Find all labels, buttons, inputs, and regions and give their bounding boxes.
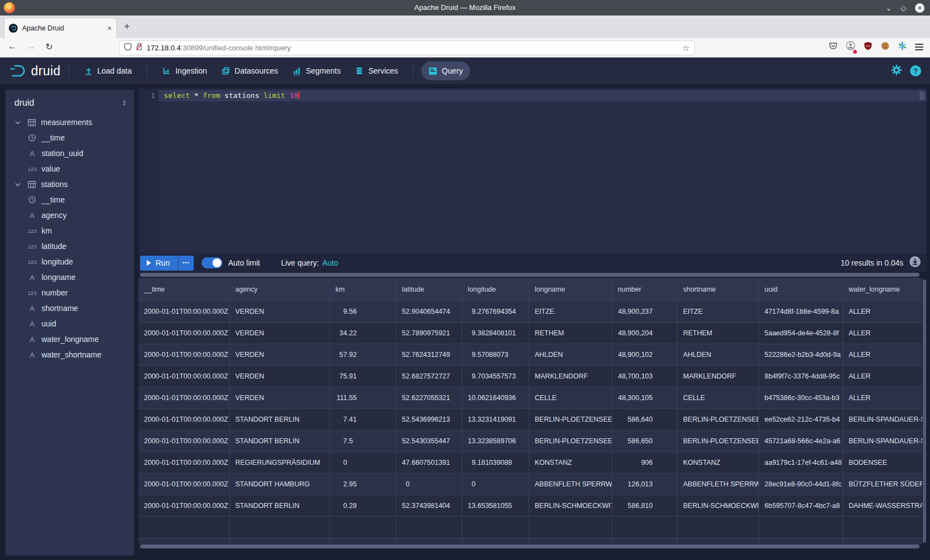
cell-water_longname[interactable]: BÜTZFLETHER SÜDERELBE bbox=[843, 474, 922, 495]
column-header-longitude[interactable]: longitude bbox=[462, 278, 529, 301]
cell-number[interactable]: 126,013 bbox=[612, 474, 678, 495]
cell-longname[interactable]: BERLIN-SCHMOECKWITZ bbox=[529, 495, 612, 517]
bookmark-star-icon[interactable]: ☆ bbox=[683, 43, 690, 53]
url-bar[interactable]: 172.18.0.4:30899/unified-console.html#qu… bbox=[119, 40, 695, 55]
cell-__time[interactable]: 2000-01-01T00:00:00.000Z bbox=[138, 366, 230, 387]
cell-longname[interactable]: CELLE bbox=[529, 387, 612, 409]
cell-water_longname[interactable]: ALLER bbox=[843, 323, 922, 344]
tree-column-km[interactable]: 123 km bbox=[6, 223, 134, 238]
cell-agency[interactable]: STANDORT BERLIN bbox=[230, 431, 330, 452]
window-minimize-button[interactable]: ⌄ bbox=[886, 4, 892, 12]
cell-km[interactable]: 0 bbox=[330, 452, 396, 474]
tree-column-water_longname[interactable]: A water_longname bbox=[6, 331, 134, 347]
cell-__time[interactable]: 2000-01-01T00:00:00.000Z bbox=[138, 409, 230, 431]
cell-longitude[interactable]: 9.3828408101 bbox=[462, 323, 529, 344]
cell-longitude[interactable]: 10.0621640936 bbox=[462, 387, 529, 409]
double-caret-icon[interactable]: ▲▼ bbox=[122, 100, 126, 106]
cell-longname[interactable]: BERLIN-PLOETZENSEE UW bbox=[529, 431, 612, 452]
cell-number[interactable]: 48,900,102 bbox=[612, 344, 678, 366]
cell-water_longname[interactable]: ALLER bbox=[843, 344, 922, 366]
cell-__time[interactable]: 2000-01-01T00:00:00.000Z bbox=[138, 344, 230, 366]
cell-agency[interactable]: VERDEN bbox=[230, 387, 330, 409]
cookie-extension-icon[interactable] bbox=[881, 42, 890, 53]
reload-button[interactable]: ↻ bbox=[45, 42, 53, 52]
column-header-km[interactable]: km bbox=[330, 278, 396, 301]
new-tab-button[interactable]: + bbox=[124, 21, 130, 33]
cell-latitude[interactable]: 52.7890975921 bbox=[396, 323, 462, 344]
cell-number[interactable]: 586,640 bbox=[612, 409, 678, 431]
run-button[interactable]: Run bbox=[140, 256, 178, 271]
nav-services[interactable]: Services bbox=[348, 61, 405, 80]
cell-shortname[interactable]: ABBENFLETH SPERRWERK bbox=[678, 474, 759, 495]
cell-latitude[interactable]: 52.7624312749 bbox=[396, 344, 462, 366]
cell-number[interactable]: 906 bbox=[612, 452, 678, 474]
cell-uuid[interactable]: 5aaed954-de4e-4528-8f bbox=[759, 323, 843, 344]
menu-icon[interactable] bbox=[915, 44, 923, 50]
nav-segments[interactable]: Segments bbox=[285, 61, 348, 80]
window-maximize-button[interactable]: ◇ bbox=[901, 4, 906, 12]
tree-column-uuid[interactable]: A uuid bbox=[6, 316, 134, 331]
run-more-button[interactable]: ••• bbox=[178, 256, 194, 271]
tab-close-icon[interactable]: × bbox=[107, 24, 112, 33]
cell-agency[interactable]: VERDEN bbox=[230, 366, 330, 387]
cell-longitude[interactable]: 9.7034557573 bbox=[462, 366, 529, 387]
cell-uuid[interactable]: ee52ce62-212c-4735-b4 bbox=[759, 409, 843, 431]
nav-ingestion[interactable]: Ingestion bbox=[155, 61, 214, 80]
cell-longname[interactable]: KONSTANZ bbox=[529, 452, 612, 474]
cell-longitude[interactable]: 0 bbox=[462, 474, 529, 495]
cell-__time[interactable]: 2000-01-01T00:00:00.000Z bbox=[138, 323, 230, 344]
cell-km[interactable]: 0.28 bbox=[330, 495, 396, 517]
cell-shortname[interactable]: AHLDEN bbox=[678, 344, 759, 366]
cell-water_longname[interactable]: ALLER bbox=[843, 301, 922, 323]
column-header-number[interactable]: number bbox=[612, 278, 678, 301]
tree-table-stations[interactable]: stations bbox=[6, 177, 134, 192]
cell-longname[interactable]: RETHEM bbox=[529, 323, 612, 344]
cell-agency[interactable]: REGIERUNGSPRÄSIDIUM bbox=[230, 452, 330, 474]
cell-water_longname[interactable]: BERLIN-SPANDAUER-SCHIFFFAHRTSKANAL bbox=[843, 431, 922, 452]
sql-query-text[interactable]: select * from stations limit 10 bbox=[164, 91, 299, 100]
cell-water_longname[interactable]: DAHME-WASSERSTRASSE bbox=[843, 495, 922, 517]
sql-editor[interactable]: 1 select * from stations limit 10 bbox=[138, 89, 927, 253]
cell-km[interactable]: 75.91 bbox=[330, 366, 396, 387]
cell-shortname[interactable]: BERLIN-PLOETZENSEE UW bbox=[678, 431, 759, 452]
cell-__time[interactable]: 2000-01-01T00:00:00.000Z bbox=[138, 452, 230, 474]
cell-number[interactable]: 48,900,237 bbox=[612, 301, 678, 323]
cell-shortname[interactable]: BERLIN-PLOETZENSEE OW bbox=[678, 409, 759, 431]
column-header-shortname[interactable]: shortname bbox=[678, 278, 759, 301]
cell-__time[interactable]: 2000-01-01T00:00:00.000Z bbox=[138, 495, 230, 517]
cell-latitude[interactable]: 52.6827572727 bbox=[396, 366, 462, 387]
tree-column-latitude[interactable]: 123 latitude bbox=[6, 238, 134, 254]
cell-latitude[interactable]: 0 bbox=[396, 474, 462, 495]
forward-button[interactable]: → bbox=[27, 42, 35, 51]
cell-__time[interactable]: 2000-01-01T00:00:00.000Z bbox=[138, 387, 230, 409]
cell-uuid[interactable]: 8b4f9f7c-3376-4dd8-95c bbox=[759, 366, 843, 387]
cell-uuid[interactable]: 6b595707-8c47-4bc7-a8 bbox=[759, 495, 843, 517]
column-header-__time[interactable]: __time bbox=[138, 278, 230, 301]
cell-longitude[interactable]: 13.3238589706 bbox=[462, 431, 529, 452]
pocket-icon[interactable] bbox=[829, 42, 838, 53]
cell-number[interactable]: 586,810 bbox=[612, 495, 678, 517]
cell-latitude[interactable]: 52.3743981404 bbox=[396, 495, 462, 517]
cell-longname[interactable]: ABBENFLETH SPERRWERK bbox=[529, 474, 612, 495]
cell-km[interactable]: 34.22 bbox=[330, 323, 396, 344]
cell-latitude[interactable]: 52.9040654474 bbox=[396, 301, 462, 323]
ublock-origin-icon[interactable]: uO bbox=[864, 42, 872, 53]
tracking-shield-icon[interactable] bbox=[124, 43, 132, 53]
tree-column-water_shortname[interactable]: A water_shortname bbox=[6, 347, 134, 362]
account-icon[interactable] bbox=[846, 41, 855, 53]
tree-table-measurements[interactable]: measurements bbox=[6, 115, 134, 130]
cell-longname[interactable]: BERLIN-PLOETZENSEE OW bbox=[529, 409, 612, 431]
cell-latitude[interactable]: 52.5430355447 bbox=[396, 431, 462, 452]
nav-datasources[interactable]: Datasources bbox=[214, 61, 286, 80]
tree-column-shortname[interactable]: A shortname bbox=[6, 300, 134, 316]
cell-water_longname[interactable]: BODENSEE bbox=[843, 452, 922, 474]
cell-uuid[interactable]: 45721a68-566c-4e2a-a6 bbox=[759, 431, 843, 452]
cell-longitude[interactable]: 9.57088073 bbox=[462, 344, 529, 366]
cell-km[interactable]: 2.95 bbox=[330, 474, 396, 495]
column-header-agency[interactable]: agency bbox=[230, 278, 330, 301]
back-button[interactable]: ← bbox=[8, 42, 17, 51]
nav-query[interactable]: Query bbox=[421, 61, 470, 80]
cell-longname[interactable]: AHLDEN bbox=[529, 344, 612, 366]
column-header-uuid[interactable]: uuid bbox=[759, 278, 843, 301]
download-icon[interactable] bbox=[909, 256, 921, 270]
